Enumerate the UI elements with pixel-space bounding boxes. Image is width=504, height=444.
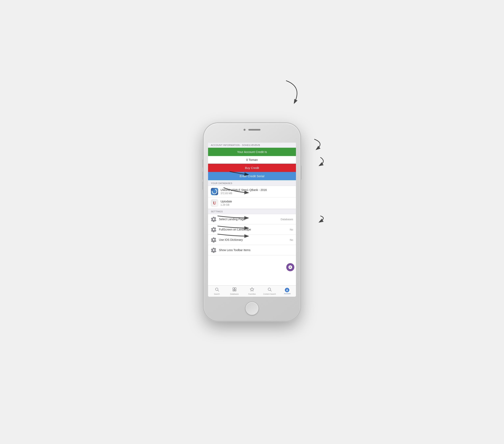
scene: IR-TCI 📶 1:07 AM ✱ 97% Accou xyxy=(161,40,343,404)
annotation-arrows xyxy=(161,40,343,404)
chat-icon xyxy=(288,265,292,270)
chat-support-button[interactable] xyxy=(286,263,294,271)
